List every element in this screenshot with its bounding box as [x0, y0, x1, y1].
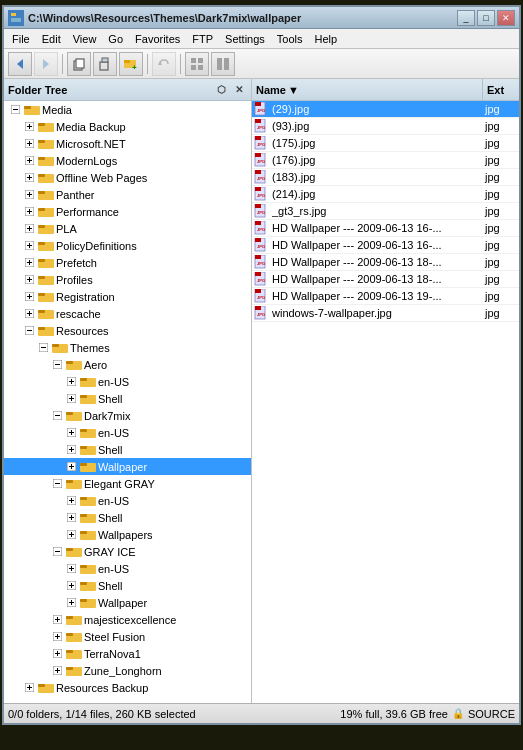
- tree-item-dark7mix-shell[interactable]: Shell: [4, 441, 251, 458]
- col-ext-header[interactable]: Ext: [483, 79, 519, 100]
- menu-help[interactable]: Help: [309, 31, 344, 47]
- file-row-0[interactable]: JPG(29).jpgjpg: [252, 101, 519, 118]
- tree-item-rescache[interactable]: rescache: [4, 305, 251, 322]
- view1-button[interactable]: [185, 52, 209, 76]
- tree-item-grayice-shell[interactable]: Shell: [4, 577, 251, 594]
- file-row-6[interactable]: JPG_gt3_rs.jpgjpg: [252, 203, 519, 220]
- tree-item-media[interactable]: Media: [4, 101, 251, 118]
- file-row-2[interactable]: JPG(175).jpgjpg: [252, 135, 519, 152]
- expand-btn-elegant-en-us[interactable]: [64, 494, 78, 508]
- copy-button[interactable]: [67, 52, 91, 76]
- tree-item-performance[interactable]: Performance: [4, 203, 251, 220]
- tree-item-zune-longhorn[interactable]: Zune_Longhorn: [4, 662, 251, 679]
- file-row-5[interactable]: JPG(214).jpgjpg: [252, 186, 519, 203]
- tree-item-dark7mix-wallpaper[interactable]: Wallpaper: [4, 458, 251, 475]
- menu-edit[interactable]: Edit: [36, 31, 67, 47]
- tree-item-grayice-en-us[interactable]: en-US: [4, 560, 251, 577]
- expand-btn-gray-ice[interactable]: [50, 545, 64, 559]
- expand-btn-zune-longhorn[interactable]: [50, 664, 64, 678]
- tree-item-majesticexcellence[interactable]: majesticexcellence: [4, 611, 251, 628]
- expand-btn-modern-logs[interactable]: [22, 154, 36, 168]
- expand-btn-dark7mix-en-us[interactable]: [64, 426, 78, 440]
- expand-btn-registration[interactable]: [22, 290, 36, 304]
- back-button[interactable]: [8, 52, 32, 76]
- expand-btn-dark7mix[interactable]: [50, 409, 64, 423]
- menu-tools[interactable]: Tools: [271, 31, 309, 47]
- file-row-11[interactable]: JPGHD Wallpaper --- 2009-06-13 19-...jpg: [252, 288, 519, 305]
- tree-item-registration[interactable]: Registration: [4, 288, 251, 305]
- file-row-12[interactable]: JPGwindows-7-wallpaper.jpgjpg: [252, 305, 519, 322]
- expand-btn-resources[interactable]: [22, 324, 36, 338]
- expand-btn-offline-web[interactable]: [22, 171, 36, 185]
- tree-item-resources[interactable]: Resources: [4, 322, 251, 339]
- paste-button[interactable]: [93, 52, 117, 76]
- tree-item-media-backup[interactable]: Media Backup: [4, 118, 251, 135]
- expand-btn-elegant-wallpapers[interactable]: [64, 528, 78, 542]
- expand-btn-terranova1[interactable]: [50, 647, 64, 661]
- menu-file[interactable]: File: [6, 31, 36, 47]
- panel-close-icon[interactable]: ✕: [231, 82, 247, 98]
- expand-btn-majesticexcellence[interactable]: [50, 613, 64, 627]
- tree-item-panther[interactable]: Panther: [4, 186, 251, 203]
- new-folder-button[interactable]: +: [119, 52, 143, 76]
- expand-btn-dark7mix-shell[interactable]: [64, 443, 78, 457]
- expand-btn-microsoft-net[interactable]: [22, 137, 36, 151]
- expand-btn-prefetch[interactable]: [22, 256, 36, 270]
- menu-view[interactable]: View: [67, 31, 103, 47]
- tree-item-gray-ice[interactable]: GRAY ICE: [4, 543, 251, 560]
- expand-btn-grayice-en-us[interactable]: [64, 562, 78, 576]
- expand-btn-profiles[interactable]: [22, 273, 36, 287]
- expand-btn-media-backup[interactable]: [22, 120, 36, 134]
- tree-item-dark7mix[interactable]: Dark7mix: [4, 407, 251, 424]
- tree-content[interactable]: MediaMedia BackupMicrosoft.NETModernLogs…: [4, 101, 251, 703]
- tree-item-prefetch[interactable]: Prefetch: [4, 254, 251, 271]
- tree-item-modern-logs[interactable]: ModernLogs: [4, 152, 251, 169]
- menu-settings[interactable]: Settings: [219, 31, 271, 47]
- tree-item-grayice-wallpaper[interactable]: Wallpaper: [4, 594, 251, 611]
- minimize-button[interactable]: _: [457, 10, 475, 26]
- tree-item-policy-definitions[interactable]: PolicyDefinitions: [4, 237, 251, 254]
- expand-btn-media[interactable]: [8, 103, 22, 117]
- forward-button[interactable]: [34, 52, 58, 76]
- tree-item-themes[interactable]: Themes: [4, 339, 251, 356]
- tree-item-elegant-gray[interactable]: Elegant GRAY: [4, 475, 251, 492]
- tree-item-microsoft-net[interactable]: Microsoft.NET: [4, 135, 251, 152]
- view2-button[interactable]: [211, 52, 235, 76]
- maximize-button[interactable]: □: [477, 10, 495, 26]
- tree-item-profiles[interactable]: Profiles: [4, 271, 251, 288]
- tree-item-elegant-en-us[interactable]: en-US: [4, 492, 251, 509]
- file-row-1[interactable]: JPG(93).jpgjpg: [252, 118, 519, 135]
- expand-btn-policy-definitions[interactable]: [22, 239, 36, 253]
- expand-btn-panther[interactable]: [22, 188, 36, 202]
- expand-btn-pla[interactable]: [22, 222, 36, 236]
- expand-btn-grayice-shell[interactable]: [64, 579, 78, 593]
- menu-go[interactable]: Go: [102, 31, 129, 47]
- tree-item-aero-shell[interactable]: Shell: [4, 390, 251, 407]
- expand-btn-aero-shell[interactable]: [64, 392, 78, 406]
- tree-item-steel-fusion[interactable]: Steel Fusion: [4, 628, 251, 645]
- file-row-8[interactable]: JPGHD Wallpaper --- 2009-06-13 16-...jpg: [252, 237, 519, 254]
- expand-btn-resources-backup[interactable]: [22, 681, 36, 695]
- undo-button[interactable]: [152, 52, 176, 76]
- file-row-3[interactable]: JPG(176).jpgjpg: [252, 152, 519, 169]
- file-row-9[interactable]: JPGHD Wallpaper --- 2009-06-13 18-...jpg: [252, 254, 519, 271]
- tree-item-resources-backup[interactable]: Resources Backup: [4, 679, 251, 696]
- menu-ftp[interactable]: FTP: [186, 31, 219, 47]
- expand-btn-performance[interactable]: [22, 205, 36, 219]
- expand-btn-rescache[interactable]: [22, 307, 36, 321]
- expand-btn-elegant-shell[interactable]: [64, 511, 78, 525]
- tree-item-aero[interactable]: Aero: [4, 356, 251, 373]
- tree-item-aero-en-us[interactable]: en-US: [4, 373, 251, 390]
- file-row-10[interactable]: JPGHD Wallpaper --- 2009-06-13 18-...jpg: [252, 271, 519, 288]
- tree-item-elegant-wallpapers[interactable]: Wallpapers: [4, 526, 251, 543]
- file-row-7[interactable]: JPGHD Wallpaper --- 2009-06-13 16-...jpg: [252, 220, 519, 237]
- col-name-header[interactable]: Name ▼: [252, 79, 483, 100]
- expand-btn-aero[interactable]: [50, 358, 64, 372]
- expand-btn-aero-en-us[interactable]: [64, 375, 78, 389]
- expand-btn-dark7mix-wallpaper[interactable]: [64, 460, 78, 474]
- expand-btn-grayice-wallpaper[interactable]: [64, 596, 78, 610]
- file-row-4[interactable]: JPG(183).jpgjpg: [252, 169, 519, 186]
- tree-item-dark7mix-en-us[interactable]: en-US: [4, 424, 251, 441]
- expand-btn-steel-fusion[interactable]: [50, 630, 64, 644]
- panel-expand-icon[interactable]: ⬡: [213, 82, 229, 98]
